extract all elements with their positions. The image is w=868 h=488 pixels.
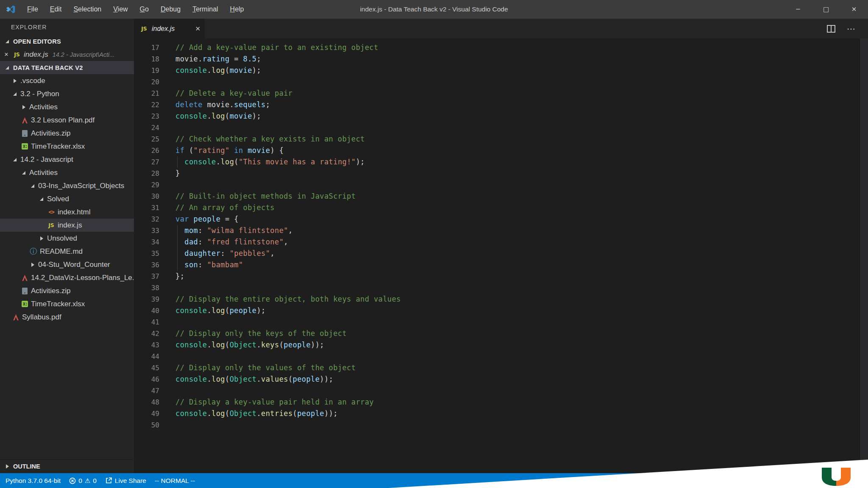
code-line: 50 [134, 419, 868, 431]
line-number: 36 [134, 259, 159, 271]
code-line: 35 daughter: "pebbles", [134, 248, 868, 259]
menu-go[interactable]: Go [135, 4, 154, 15]
chevron-collapsed-icon [11, 79, 19, 83]
line-number: 19 [134, 65, 159, 76]
code-line: 23console.log(movie); [134, 111, 868, 122]
code-line: 22delete movie.sequels; [134, 99, 868, 111]
line-number: 48 [134, 396, 159, 408]
menu-view[interactable]: View [108, 4, 133, 15]
code-line: 38 [134, 282, 868, 294]
line-number: 25 [134, 133, 159, 145]
open-editor-label: index.js [24, 50, 48, 59]
close-icon[interactable]: ✕ [0, 51, 13, 58]
tree-item-timetracker-xlsx[interactable]: TimeTracker.xlsx [0, 297, 134, 311]
tree-item-timetracker-xlsx[interactable]: TimeTracker.xlsx [0, 140, 134, 153]
html-file-icon: <> [47, 208, 56, 216]
python-interpreter-status[interactable]: Python 3.7.0 64-bit [0, 473, 65, 488]
open-editor-description: 14.2 - Javascript\Acti... [53, 51, 115, 58]
code-line: 32var people = { [134, 214, 868, 225]
line-number: 43 [134, 339, 159, 351]
code-editor[interactable]: 17// Add a key-value pair to an existing… [134, 39, 868, 473]
tree-item-3-2-python[interactable]: 3.2 - Python [0, 87, 134, 100]
code-line: 24 [134, 122, 868, 133]
more-actions-icon[interactable]: ⋯ [847, 24, 856, 34]
open-editor-item[interactable]: ✕JSindex.js14.2 - Javascript\Acti... [0, 48, 134, 61]
tree-item-index-html[interactable]: <>index.html [0, 205, 134, 219]
vim-mode-status[interactable]: -- NORMAL -- [150, 473, 199, 488]
menu-terminal[interactable]: Terminal [187, 4, 223, 15]
explorer-sidebar: EXPLORER OPEN EDITORS ✕JSindex.js14.2 - … [0, 19, 134, 473]
code-line: 29 [134, 179, 868, 191]
editor-scrollbar[interactable] [860, 39, 868, 473]
line-number: 45 [134, 362, 159, 374]
open-editors-header[interactable]: OPEN EDITORS [0, 35, 134, 48]
pdf-file-icon [20, 274, 29, 282]
code-line: 28} [134, 168, 868, 179]
code-line: 49console.log(Object.entries(people)); [134, 408, 868, 419]
menu-file[interactable]: File [22, 4, 43, 15]
pdf-file-icon [11, 313, 20, 322]
vscode-logo-icon [5, 4, 16, 15]
tree-item-solved[interactable]: Solved [0, 192, 134, 205]
code-line: 41 [134, 316, 868, 328]
tab-close-icon[interactable]: ✕ [195, 25, 200, 33]
code-line: 25// Check whether a key exists in an ob… [134, 133, 868, 145]
menu-help[interactable]: Help [225, 4, 249, 15]
code-line: 30// Built-in object methods in JavaScri… [134, 191, 868, 202]
line-number: 38 [134, 282, 159, 294]
menu-edit[interactable]: Edit [45, 4, 67, 15]
outline-header[interactable]: OUTLINE [0, 459, 134, 473]
line-number: 24 [134, 122, 159, 133]
project-folder-header[interactable]: DATA TEACH BACK V2 [0, 61, 134, 74]
tree-item-3-2-lesson-plan-pdf[interactable]: 3.2 Lesson Plan.pdf [0, 114, 134, 127]
tree-item-03-ins-javascript-objects[interactable]: 03-Ins_JavaScript_Objects [0, 179, 134, 192]
tab-index-js[interactable]: JS index.js ✕ [134, 19, 205, 39]
tree-item-activities-zip[interactable]: Activities.zip [0, 127, 134, 140]
excel-file-icon [20, 142, 29, 151]
warning-icon: ⚠ [85, 477, 90, 485]
line-number: 17 [134, 42, 159, 53]
code-lines: 17// Add a key-value pair to an existing… [134, 39, 868, 431]
menu-selection[interactable]: Selection [68, 4, 106, 15]
tree-item-unsolved[interactable]: Unsolved [0, 232, 134, 245]
tree-item-activities-zip[interactable]: Activities.zip [0, 284, 134, 297]
tree-item-activities[interactable]: Activities [0, 100, 134, 114]
tab-label: index.js [152, 25, 175, 33]
problems-status[interactable]: 0 ⚠ 0 [65, 473, 101, 488]
line-number: 34 [134, 236, 159, 248]
title-bar: FileEditSelectionViewGoDebugTerminalHelp… [0, 0, 868, 19]
code-line: 20 [134, 76, 868, 88]
code-line: 17// Add a key-value pair to an existing… [134, 42, 868, 53]
live-share-icon [105, 477, 112, 484]
line-number: 37 [134, 271, 159, 282]
code-line: 46console.log(Object.values(people)); [134, 374, 868, 385]
code-line: 21// Delete a key-value pair [134, 88, 868, 99]
chevron-expanded-icon [38, 197, 45, 201]
split-editor-icon[interactable] [826, 24, 836, 33]
tree-item-14-2-javascript[interactable]: 14.2 - Javascript [0, 153, 134, 166]
code-line: 45// Display only the values of the obje… [134, 362, 868, 374]
tree-item-syllabus-pdf[interactable]: Syllabus.pdf [0, 311, 134, 324]
close-button[interactable]: ✕ [840, 0, 868, 19]
line-number: 39 [134, 294, 159, 305]
tree-item-activities[interactable]: Activities [0, 166, 134, 179]
line-number: 49 [134, 408, 159, 419]
tree-item-14-2-dataviz-lesson-plans-le-[interactable]: 14.2_DataViz-Lesson-Plans_Le... [0, 271, 134, 284]
line-number: 21 [134, 88, 159, 99]
line-number: 29 [134, 179, 159, 191]
menu-debug[interactable]: Debug [156, 4, 186, 15]
code-line: 43console.log(Object.keys(people)); [134, 339, 868, 351]
tree-item-04-stu-word-counter[interactable]: 04-Stu_Word_Counter [0, 258, 134, 271]
line-number: 28 [134, 168, 159, 179]
maximize-button[interactable]: □ [812, 0, 840, 19]
code-line: 26if ("rating" in movie) { [134, 145, 868, 156]
line-number: 46 [134, 374, 159, 385]
live-share-status[interactable]: Live Share [101, 473, 150, 488]
tree-item-readme-md[interactable]: ⓘREADME.md [0, 245, 134, 258]
line-number: 22 [134, 99, 159, 111]
tree-item--vscode[interactable]: .vscode [0, 74, 134, 87]
minimize-button[interactable]: ─ [784, 0, 812, 19]
tree-item-index-js[interactable]: JSindex.js [0, 219, 134, 232]
line-number: 47 [134, 385, 159, 396]
code-line: 19console.log(movie); [134, 65, 868, 76]
